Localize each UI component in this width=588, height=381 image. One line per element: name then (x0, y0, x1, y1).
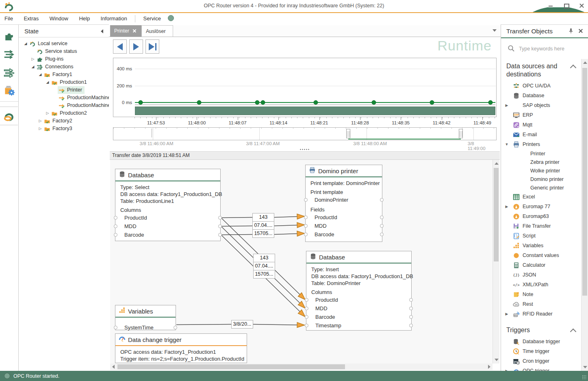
transfer-object-xml-xpath[interactable]: </>XML/XPath (501, 280, 581, 290)
menu-file[interactable]: File (0, 13, 17, 24)
expander-collapsed-icon[interactable]: ▶ (504, 103, 509, 107)
input-port[interactable] (304, 233, 308, 236)
transfer-object-euromap-77[interactable]: ▶Euromap 77 (501, 202, 581, 211)
section-header-triggers[interactable]: Triggers (501, 323, 581, 337)
input-port[interactable] (114, 216, 117, 220)
menu-extras[interactable]: Extras (19, 13, 43, 24)
tree-item-productionmachine-1[interactable]: ProductionMachine_1 (19, 94, 109, 102)
transfer-object-script[interactable]: {}Script (501, 231, 581, 241)
output-port[interactable] (174, 326, 177, 329)
transfer-object-file-transfer[interactable]: File Transfer (501, 221, 581, 231)
close-button[interactable] (578, 2, 585, 9)
panel-scrollbar[interactable] (581, 59, 588, 371)
tree-item-production1[interactable]: ◢Production1 (19, 78, 109, 86)
activity-plugins-icon[interactable] (0, 27, 18, 45)
expander-collapsed-icon[interactable]: ▷ (37, 125, 43, 133)
tab-list-dropdown-icon[interactable] (493, 29, 497, 32)
timeline-start-handle[interactable] (346, 129, 350, 138)
menu-window[interactable]: Window (45, 13, 73, 24)
expander-collapsed-icon[interactable]: ▷ (30, 55, 36, 63)
panel-scroll-thumb[interactable] (582, 68, 587, 296)
input-port[interactable] (305, 298, 308, 302)
timeline-range-selector[interactable] (113, 127, 497, 140)
horizontal-scroll-thumb[interactable] (117, 364, 345, 369)
data-point-11:48:31[interactable] (371, 100, 376, 105)
transfer-object-rfid-reader[interactable]: ▶RFIDRFID Reader (501, 309, 581, 319)
transfer-object-generic-printer[interactable]: Generic printer (501, 183, 581, 192)
transfer-object-rest[interactable]: (R)Rest (501, 299, 581, 309)
expander-expanded-icon[interactable]: ◢ (45, 78, 50, 86)
node-field-barcode[interactable]: Barcode (306, 230, 382, 239)
data-point-11:47:51[interactable] (139, 100, 143, 105)
transfer-object-database[interactable]: Database (501, 91, 581, 100)
node-field-productid[interactable]: ProductId (306, 213, 382, 222)
data-point-11:48:41[interactable] (430, 100, 434, 105)
diagram-vertical-scrollbar[interactable] (493, 160, 499, 364)
resize-grip[interactable] (582, 375, 587, 380)
transfer-object-domino-printer[interactable]: Domino printer (501, 175, 581, 183)
activity-connections-outline-icon[interactable] (0, 63, 18, 81)
input-port[interactable] (305, 324, 308, 327)
tree-item-service-status[interactable]: Service status (19, 48, 109, 55)
transfer-object-mqtt[interactable]: Mqtt (501, 120, 581, 130)
output-port[interactable] (409, 307, 413, 310)
transfer-object-cron-trigger[interactable]: Cron trigger (501, 356, 581, 366)
expander-collapsed-icon[interactable]: ▶ (504, 205, 509, 209)
transfer-object-json[interactable]: {J}JSON (501, 270, 581, 280)
expander-collapsed-icon[interactable]: ▷ (45, 109, 50, 117)
input-port[interactable] (114, 326, 117, 329)
output-port[interactable] (380, 233, 384, 236)
output-port[interactable] (409, 315, 413, 319)
tab-printer[interactable]: Printer (110, 25, 141, 37)
activity-publish-gear-icon[interactable] (0, 81, 18, 99)
tree-item-factory3[interactable]: ▷Factory3 (19, 125, 109, 133)
transfer-object-opc-trigger[interactable]: ▶OPC trigger (501, 366, 581, 371)
output-port[interactable] (218, 233, 222, 237)
input-port[interactable] (305, 315, 308, 319)
expander-collapsed-icon[interactable]: ▶ (504, 312, 509, 316)
nav-previous-button[interactable] (113, 39, 127, 54)
transfer-object-sap-objects[interactable]: ▶SAP objects (501, 100, 581, 110)
expander-expanded-icon[interactable]: ◢ (30, 63, 36, 71)
input-port[interactable] (305, 307, 308, 310)
node-field-productid[interactable]: ProductId (115, 213, 220, 222)
output-port[interactable] (380, 224, 384, 228)
node-field-barcode[interactable]: Barcode (306, 313, 411, 321)
timeline-end-handle[interactable] (459, 129, 463, 138)
output-port[interactable] (409, 298, 413, 302)
transfer-object-e-mail[interactable]: E-mail (501, 130, 581, 139)
transfer-object-printers[interactable]: ▼Printers (501, 139, 581, 149)
output-port[interactable] (409, 324, 413, 327)
tree-item-connections[interactable]: ◢Connections (19, 63, 109, 71)
node-field-mdd[interactable]: MDD (115, 222, 220, 231)
tree-item-local-service[interactable]: ◢Local service (19, 40, 109, 48)
node-field-dominoprinter[interactable]: DominoPrinter (306, 196, 382, 204)
output-port[interactable] (380, 198, 384, 202)
nav-next-button[interactable] (129, 39, 143, 54)
node-field-timestamp[interactable]: Timestamp (306, 321, 411, 330)
node-field-mdd[interactable]: MDD (306, 222, 382, 230)
tab-ausloeser[interactable]: Auslöser (141, 25, 173, 37)
tree-item-printer[interactable]: Printer (19, 86, 109, 94)
tab-close-icon[interactable] (132, 29, 137, 33)
transfer-object-excel[interactable]: Excel (501, 192, 581, 202)
chevron-up-icon[interactable] (570, 329, 577, 335)
expander-expanded-icon[interactable]: ▼ (504, 142, 509, 146)
transfer-object-euromap63[interactable]: Euromap63 (501, 211, 581, 221)
data-point-11:48:12[interactable] (261, 100, 265, 105)
minimize-button[interactable] (547, 2, 554, 9)
transfer-object-database-trigger[interactable]: Database trigger (501, 337, 581, 346)
input-port[interactable] (114, 233, 117, 237)
vertical-scroll-thumb[interactable] (494, 168, 499, 261)
tree-item-factory1[interactable]: ◢Factory1 (19, 71, 109, 78)
panel-close-icon[interactable] (578, 28, 583, 33)
transfer-object-variables[interactable]: Variables (501, 241, 581, 250)
expander-expanded-icon[interactable]: ◢ (37, 71, 43, 78)
transfer-object-erp[interactable]: ERPERP (501, 110, 581, 120)
tree-item-production2[interactable]: ▷Production2 (19, 109, 109, 117)
data-point-11:48:01[interactable] (197, 100, 201, 105)
output-port[interactable] (218, 224, 222, 228)
node-field-productid[interactable]: ProductId (306, 296, 411, 304)
activity-connections-solid-icon[interactable] (0, 45, 18, 63)
transfer-object-constant-values[interactable]: Constant values (501, 250, 581, 260)
